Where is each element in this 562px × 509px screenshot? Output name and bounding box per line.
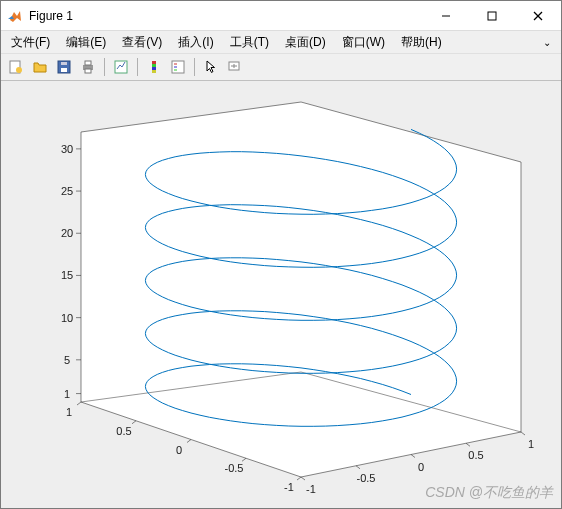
toolbar-separator bbox=[194, 58, 195, 76]
figure-window: Figure 1 文件(F) 编辑(E) 查看(V) 插入(I) 工具(T) 桌… bbox=[0, 0, 562, 509]
svg-line-53 bbox=[77, 402, 81, 405]
svg-rect-15 bbox=[152, 67, 156, 70]
svg-rect-8 bbox=[61, 62, 67, 65]
svg-text:1: 1 bbox=[64, 388, 70, 400]
svg-text:25: 25 bbox=[61, 185, 73, 197]
axes-box bbox=[81, 102, 521, 477]
link-axes-button[interactable] bbox=[110, 56, 132, 78]
svg-line-49 bbox=[187, 440, 191, 443]
svg-line-63 bbox=[521, 432, 525, 435]
menu-help[interactable]: 帮助(H) bbox=[395, 32, 448, 53]
svg-line-51 bbox=[132, 421, 136, 424]
svg-rect-14 bbox=[152, 64, 156, 67]
svg-rect-1 bbox=[488, 12, 496, 20]
menu-window[interactable]: 窗口(W) bbox=[336, 32, 391, 53]
svg-rect-12 bbox=[115, 61, 127, 73]
close-button[interactable] bbox=[515, 1, 561, 30]
window-title: Figure 1 bbox=[29, 9, 423, 23]
menu-tools[interactable]: 工具(T) bbox=[224, 32, 275, 53]
svg-marker-24 bbox=[81, 102, 301, 402]
svg-line-57 bbox=[356, 466, 360, 469]
pointer-button[interactable] bbox=[200, 56, 222, 78]
svg-text:30: 30 bbox=[61, 143, 73, 155]
new-figure-button[interactable] bbox=[5, 56, 27, 78]
svg-rect-13 bbox=[152, 61, 156, 64]
menu-edit[interactable]: 编辑(E) bbox=[60, 32, 112, 53]
menu-bar: 文件(F) 编辑(E) 查看(V) 插入(I) 工具(T) 桌面(D) 窗口(W… bbox=[1, 31, 561, 53]
svg-text:1: 1 bbox=[66, 406, 72, 418]
save-button[interactable] bbox=[53, 56, 75, 78]
svg-point-5 bbox=[16, 67, 22, 73]
svg-line-61 bbox=[466, 443, 470, 446]
data-cursor-button[interactable] bbox=[224, 56, 246, 78]
matlab-icon bbox=[7, 8, 23, 24]
svg-text:-0.5: -0.5 bbox=[225, 462, 244, 474]
title-bar[interactable]: Figure 1 bbox=[1, 1, 561, 31]
colorbar-button[interactable] bbox=[143, 56, 165, 78]
menu-desktop[interactable]: 桌面(D) bbox=[279, 32, 332, 53]
svg-rect-17 bbox=[172, 61, 184, 73]
menu-file[interactable]: 文件(F) bbox=[5, 32, 56, 53]
svg-text:-0.5: -0.5 bbox=[357, 472, 376, 484]
menu-insert[interactable]: 插入(I) bbox=[172, 32, 219, 53]
svg-text:-1: -1 bbox=[284, 481, 294, 493]
plot-canvas: 151015202530 -1-0.500.51 -1-0.500.51 bbox=[1, 81, 561, 508]
svg-text:-1: -1 bbox=[306, 483, 316, 495]
maximize-button[interactable] bbox=[469, 1, 515, 30]
svg-rect-10 bbox=[85, 61, 91, 65]
svg-line-45 bbox=[297, 477, 301, 480]
svg-text:5: 5 bbox=[64, 354, 70, 366]
svg-text:15: 15 bbox=[61, 269, 73, 281]
svg-text:20: 20 bbox=[61, 227, 73, 239]
toolbar-separator bbox=[104, 58, 105, 76]
svg-text:0: 0 bbox=[418, 461, 424, 473]
svg-text:0.5: 0.5 bbox=[468, 449, 483, 461]
open-file-button[interactable] bbox=[29, 56, 51, 78]
toolbar-separator bbox=[137, 58, 138, 76]
svg-text:1: 1 bbox=[528, 438, 534, 450]
svg-rect-11 bbox=[85, 69, 91, 73]
z-ticks: 151015202530 bbox=[61, 143, 81, 400]
dock-toggle-icon[interactable]: ⌄ bbox=[537, 37, 557, 48]
svg-rect-7 bbox=[61, 68, 67, 72]
legend-button[interactable] bbox=[167, 56, 189, 78]
toolbar bbox=[1, 53, 561, 81]
svg-line-55 bbox=[301, 477, 305, 480]
svg-rect-16 bbox=[152, 70, 156, 73]
svg-line-47 bbox=[242, 458, 246, 461]
window-controls bbox=[423, 1, 561, 30]
minimize-button[interactable] bbox=[423, 1, 469, 30]
svg-text:10: 10 bbox=[61, 312, 73, 324]
print-button[interactable] bbox=[77, 56, 99, 78]
menu-view[interactable]: 查看(V) bbox=[116, 32, 168, 53]
svg-text:0.5: 0.5 bbox=[116, 425, 131, 437]
svg-line-59 bbox=[411, 455, 415, 458]
axes-3d[interactable]: 151015202530 -1-0.500.51 -1-0.500.51 CSD… bbox=[1, 81, 561, 508]
svg-text:0: 0 bbox=[176, 444, 182, 456]
